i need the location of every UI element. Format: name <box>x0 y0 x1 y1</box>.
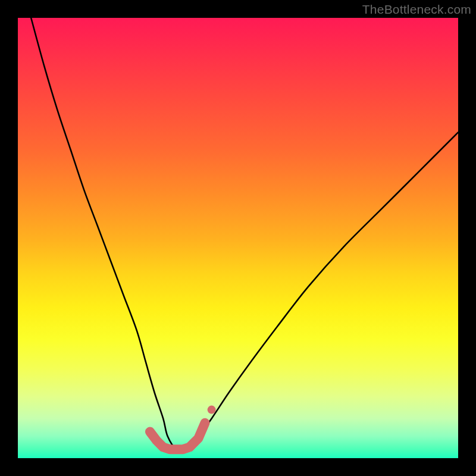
flat-region-highlight <box>150 423 205 449</box>
chart-frame: TheBottleneck.com <box>0 0 476 476</box>
plot-area <box>18 18 458 458</box>
marker-group <box>150 406 216 450</box>
flat-region-end-dot <box>208 406 216 414</box>
bottleneck-curve-path <box>31 18 458 451</box>
curve-layer <box>18 18 458 458</box>
curve-group <box>31 18 458 451</box>
watermark-text: TheBottleneck.com <box>362 2 471 17</box>
